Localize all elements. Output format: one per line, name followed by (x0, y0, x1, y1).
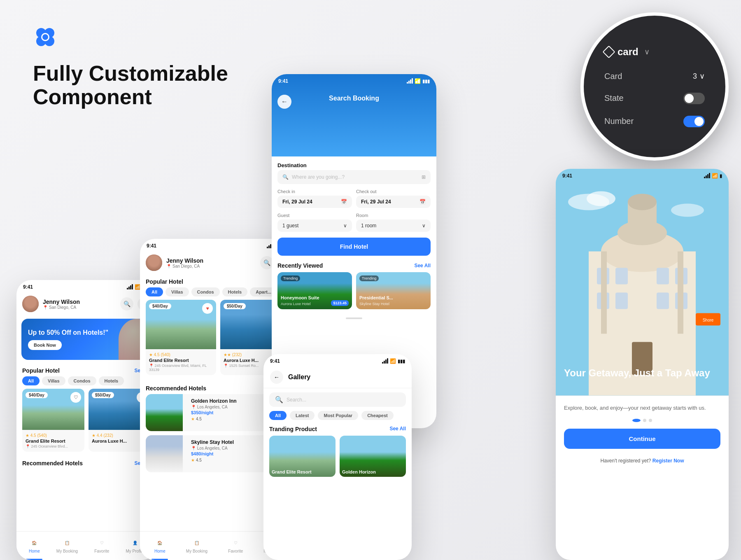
tab-popular[interactable]: Most Popular (318, 411, 358, 420)
number-label: Number (604, 117, 634, 126)
favorite-icon: ♡ (97, 539, 106, 548)
guest-room-row: Guest 1 guest ∨ Room 1 room ∨ (277, 213, 431, 232)
time: 9:41 (562, 173, 572, 179)
continue-button[interactable]: Continue (564, 429, 720, 449)
pill-villas[interactable]: Villas (42, 376, 65, 385)
grid-icon: ⊞ (422, 174, 426, 180)
splash-title: Your Getaway, Just a Tap Away (564, 367, 720, 379)
logo (33, 25, 58, 49)
room-dropdown[interactable]: 1 room ∨ (356, 219, 431, 232)
user-name: Jenny Wilson (43, 299, 80, 305)
customizer-panel: card ∨ Card 3 ∨ State Number (580, 12, 729, 161)
pill-villas[interactable]: Villas (165, 287, 189, 296)
phone-home-small: 9:41 📶 ▮▮▮ Jenny Wilson 📍San Diego, CA (16, 280, 156, 560)
rec-hotel-name-1: Golden Horizon Inn (191, 398, 268, 404)
calendar-icon: 📅 (341, 199, 347, 205)
svg-rect-21 (601, 252, 607, 334)
number-toggle[interactable] (683, 116, 705, 127)
destination-input[interactable]: 🔍 Where are you going...? ⊞ (277, 170, 431, 184)
nav-home[interactable]: 🏠 Home (154, 539, 165, 553)
hotel-name-1: Grand Elite Resort (26, 439, 81, 443)
state-toggle[interactable] (683, 93, 705, 104)
svg-rect-17 (615, 293, 628, 309)
rec-hotel-info-1: Golden Horizon Inn 📍 Los Angeles, CA $35… (187, 394, 272, 431)
splash-image: 9:41 📶 ▮ (556, 169, 729, 396)
hotel-info-1: ★ 4.5 (540) Grand Elite Resort 📍 245 Oce… (146, 349, 216, 375)
user-details: Jenny Wilson 📍San Diego, CA (166, 257, 203, 268)
pill-hotels[interactable]: Hotels (222, 287, 248, 296)
toggle-knob (694, 117, 704, 126)
headline: Fully Customizable Component (33, 62, 228, 109)
rec-hotel-name-2: Skyline Stay Hotel (191, 439, 268, 445)
hotel-card-1[interactable]: $40/Day ♡ ★ 4.5 (540) Grand Elite Resort… (22, 389, 84, 452)
gallery-item-1[interactable]: Grand Elite Resort (269, 436, 336, 477)
popular-section-header: Popular Hotel See All (16, 363, 156, 376)
pill-all[interactable]: All (146, 287, 163, 296)
back-button[interactable]: ← (277, 95, 291, 109)
gallery-search[interactable]: 🔍 Search... (269, 392, 406, 407)
nav-booking[interactable]: 📋 My Booking (186, 539, 207, 553)
hotel-card-1[interactable]: $40/Day ♥ ★ 4.5 (540) Grand Elite Resort… (146, 300, 216, 375)
phone-splash: 9:41 📶 ▮ (556, 169, 729, 560)
profile-icon: 👤 (130, 539, 140, 548)
signal-icon (704, 173, 710, 178)
hotel-addr-1: 📍 245 Oceanview Blvd, Miami, FL 33139 (149, 364, 213, 372)
checkout-input[interactable]: Fri, 29 Jul 24 📅 (356, 196, 431, 208)
recently-cards: Trending Honeymoon Suite Aurora Luxe Hot… (277, 272, 431, 309)
favorite-button-1[interactable]: ♡ (70, 392, 81, 403)
recently-card-1[interactable]: Trending Honeymoon Suite Aurora Luxe Hot… (277, 272, 352, 309)
tab-latest[interactable]: Latest (290, 411, 315, 420)
svg-point-9 (671, 204, 704, 217)
calendar-icon: 📅 (419, 199, 426, 205)
nav-home[interactable]: 🏠 Home (29, 539, 40, 553)
pill-hotels[interactable]: Hotels (99, 376, 124, 385)
register-now-link[interactable]: Register Now (652, 458, 684, 464)
search-button[interactable]: 🔍 (120, 297, 133, 310)
wifi-icon: 📶 (390, 358, 396, 364)
user-header: Jenny Wilson 📍San Diego, CA 🔍 🔔 (16, 292, 156, 315)
recently-name-2: Presidential S... (359, 295, 393, 300)
nav-booking[interactable]: 📋 My Booking (56, 539, 78, 553)
user-details: Jenny Wilson 📍San Diego, CA (43, 299, 80, 310)
recently-card-2[interactable]: Trending Presidential S... Skyline Stay … (356, 272, 431, 309)
nav-favorite[interactable]: ♡ Favorite (94, 539, 109, 553)
find-hotel-button[interactable]: Find Hotel (277, 238, 431, 256)
card-value[interactable]: 3 ∨ (693, 72, 705, 81)
signal-icon (382, 359, 388, 364)
promo-banner[interactable]: Up to 50% Off on Hotels!" Book Now (21, 319, 151, 360)
gallery-item-2[interactable]: Golden Horizon (340, 436, 406, 477)
search-placeholder: Search... (287, 397, 306, 403)
dot-2 (643, 419, 646, 422)
page-title: Search Booking (329, 95, 379, 102)
rec-hotel-loc-2: 📍 Los Angeles, CA (191, 446, 268, 450)
svg-rect-14 (657, 268, 669, 285)
status-bar: 9:41 📶 ▮▮▮ (16, 280, 156, 292)
pill-all[interactable]: All (22, 376, 40, 385)
back-button[interactable]: ← (270, 371, 283, 384)
checkin-input[interactable]: Fri, 29 Jul 24 📅 (277, 196, 352, 208)
bottom-nav: 🏠 Home 📋 My Booking ♡ Favorite 👤 My Prof… (16, 531, 156, 560)
favorite-button-1[interactable]: ♥ (202, 303, 213, 314)
status-bar: 9:41 📶 ▮▮▮ (272, 74, 436, 86)
avatar (22, 296, 39, 312)
signal-icon (407, 79, 413, 84)
book-now-button[interactable]: Book Now (28, 340, 62, 350)
search-form: Destination 🔍 Where are you going...? ⊞ … (272, 156, 436, 238)
favorite-icon: ♡ (231, 539, 240, 548)
battery-icon: ▮▮▮ (422, 79, 430, 84)
tab-cheapest[interactable]: Cheapest (361, 411, 394, 420)
pill-condos[interactable]: Condos (68, 376, 96, 385)
chevron-down-icon[interactable]: ∨ (644, 47, 650, 56)
pill-condos[interactable]: Condos (191, 287, 220, 296)
tab-all[interactable]: All (269, 411, 287, 420)
splash-sub: Explore, book, and enjoy—your next getaw… (564, 404, 720, 412)
see-all-tranding[interactable]: See All (389, 426, 406, 432)
see-all-recently[interactable]: See All (414, 263, 431, 268)
recently-viewed-section: Recently Viewed See All Trending Honeymo… (272, 262, 436, 309)
wifi-icon: 📶 (415, 78, 421, 84)
trending-badge-1: Trending (281, 275, 300, 281)
guest-dropdown[interactable]: 1 guest ∨ (277, 219, 352, 232)
nav-favorite[interactable]: ♡ Favorite (228, 539, 243, 553)
tranding-title: Tranding Product (269, 426, 317, 432)
dot-3 (649, 419, 652, 422)
